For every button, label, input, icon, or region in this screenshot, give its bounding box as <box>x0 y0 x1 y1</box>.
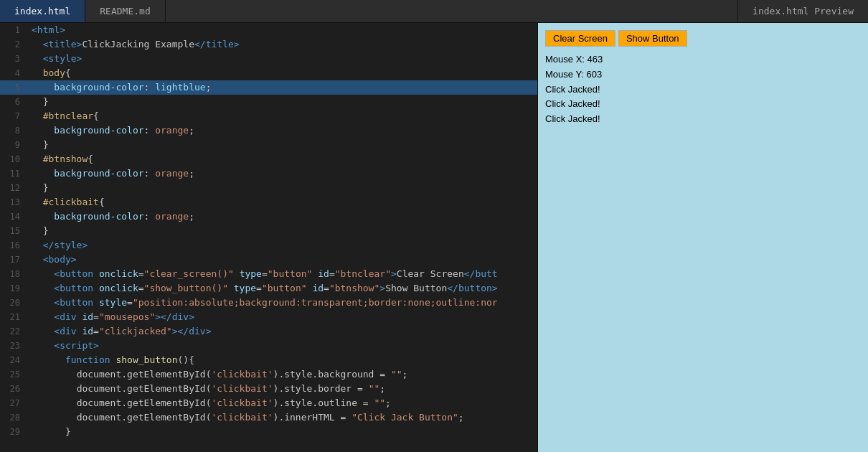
line-number-27: 27 <box>0 396 29 410</box>
line-number-23: 23 <box>0 339 29 353</box>
code-line-21: 21 <div id="mousepos"></div> <box>0 310 537 324</box>
code-line-26: 26 document.getElementById('clickbait').… <box>0 382 537 396</box>
line-number-3: 3 <box>0 52 29 66</box>
line-content-21: <div id="mousepos"></div> <box>29 310 537 324</box>
line-number-4: 4 <box>0 66 29 80</box>
line-content-27: document.getElementById('clickbait').sty… <box>29 396 537 410</box>
clear-screen-button[interactable]: Clear Screen <box>545 30 615 47</box>
line-number-6: 6 <box>0 95 29 109</box>
mouse-y-text: Mouse Y: 603 <box>545 67 861 83</box>
tab-readme[interactable]: README.md <box>85 0 165 22</box>
line-number-5: 5 <box>0 80 29 95</box>
line-content-11: background-color: orange; <box>29 166 537 181</box>
line-content-20: <button style="position:absolute;backgro… <box>29 296 537 310</box>
line-number-13: 13 <box>0 195 29 209</box>
line-content-22: <div id="clickjacked"></div> <box>29 324 537 339</box>
code-line-29: 29 } <box>0 425 537 439</box>
line-number-11: 11 <box>0 166 29 181</box>
tab-readme-label: README.md <box>100 6 150 17</box>
code-line-15: 15 } <box>0 224 537 238</box>
main-content: 1<html>2 <title>ClickJacking Example</ti… <box>0 23 868 452</box>
code-line-13: 13 #clickbait{ <box>0 195 537 209</box>
line-content-25: document.getElementById('clickbait').sty… <box>29 367 537 382</box>
line-content-10: #btnshow{ <box>29 152 537 166</box>
code-lines: 1<html>2 <title>ClickJacking Example</ti… <box>0 23 537 439</box>
line-number-14: 14 <box>0 209 29 224</box>
line-content-7: #btnclear{ <box>29 109 537 123</box>
line-number-22: 22 <box>0 324 29 339</box>
code-line-27: 27 document.getElementById('clickbait').… <box>0 396 537 410</box>
line-content-19: <button onclick="show_button()" type="bu… <box>29 281 537 296</box>
code-line-1: 1<html> <box>0 23 537 37</box>
tab-bar: index.html README.md index.html Preview <box>0 0 868 23</box>
preview-text: Mouse X: 463 Mouse Y: 603 Click Jacked! … <box>545 52 861 127</box>
code-line-18: 18 <button onclick="clear_screen()" type… <box>0 267 537 281</box>
code-line-23: 23 <script> <box>0 339 537 353</box>
line-content-2: <title>ClickJacking Example</title> <box>29 37 537 52</box>
line-number-19: 19 <box>0 281 29 296</box>
code-line-16: 16 </style> <box>0 238 537 253</box>
code-line-19: 19 <button onclick="show_button()" type=… <box>0 281 537 296</box>
line-number-9: 9 <box>0 138 29 152</box>
tab-index-label: index.html <box>14 6 70 17</box>
line-number-1: 1 <box>0 23 29 37</box>
line-number-7: 7 <box>0 109 29 123</box>
code-line-7: 7 #btnclear{ <box>0 109 537 123</box>
line-content-13: #clickbait{ <box>29 195 537 209</box>
line-number-15: 15 <box>0 224 29 238</box>
line-number-2: 2 <box>0 37 29 52</box>
code-line-4: 4 body{ <box>0 66 537 80</box>
click-jacked-1: Click Jacked! <box>545 83 861 98</box>
line-number-18: 18 <box>0 267 29 281</box>
code-line-25: 25 document.getElementById('clickbait').… <box>0 367 537 382</box>
line-content-18: <button onclick="clear_screen()" type="b… <box>29 267 537 281</box>
line-content-1: <html> <box>29 23 537 37</box>
click-jacked-2: Click Jacked! <box>545 97 861 112</box>
line-content-23: <script> <box>29 339 537 353</box>
tab-preview-label: index.html Preview <box>737 0 868 22</box>
code-line-2: 2 <title>ClickJacking Example</title> <box>0 37 537 52</box>
line-number-20: 20 <box>0 296 29 310</box>
code-line-6: 6 } <box>0 95 537 109</box>
line-content-15: } <box>29 224 537 238</box>
code-line-17: 17 <body> <box>0 253 537 267</box>
line-content-6: } <box>29 95 537 109</box>
preview-panel: Clear Screen Show Button Mouse X: 463 Mo… <box>538 23 868 452</box>
line-content-12: } <box>29 181 537 195</box>
code-line-22: 22 <div id="clickjacked"></div> <box>0 324 537 339</box>
line-number-12: 12 <box>0 181 29 195</box>
line-content-16: </style> <box>29 238 537 253</box>
line-number-28: 28 <box>0 410 29 425</box>
tab-index[interactable]: index.html <box>0 0 85 22</box>
mouse-x-text: Mouse X: 463 <box>545 52 861 67</box>
code-line-9: 9 } <box>0 138 537 152</box>
preview-buttons: Clear Screen Show Button <box>545 30 861 47</box>
line-number-21: 21 <box>0 310 29 324</box>
line-content-24: function show_button(){ <box>29 353 537 367</box>
code-line-20: 20 <button style="position:absolute;back… <box>0 296 537 310</box>
line-number-17: 17 <box>0 253 29 267</box>
line-content-17: <body> <box>29 253 537 267</box>
code-line-14: 14 background-color: orange; <box>0 209 537 224</box>
line-content-4: body{ <box>29 66 537 80</box>
line-content-3: <style> <box>29 52 537 66</box>
code-line-24: 24 function show_button(){ <box>0 353 537 367</box>
line-number-8: 8 <box>0 123 29 138</box>
preview-body: Clear Screen Show Button Mouse X: 463 Mo… <box>538 23 868 452</box>
line-content-29: } <box>29 425 537 439</box>
code-line-12: 12 } <box>0 181 537 195</box>
code-line-5: 5 background-color: lightblue; <box>0 80 537 95</box>
code-line-3: 3 <style> <box>0 52 537 66</box>
code-editor[interactable]: 1<html>2 <title>ClickJacking Example</ti… <box>0 23 538 452</box>
line-content-9: } <box>29 138 537 152</box>
line-content-5: background-color: lightblue; <box>29 80 537 95</box>
click-jacked-3: Click Jacked! <box>545 112 861 127</box>
line-content-26: document.getElementById('clickbait').sty… <box>29 382 537 396</box>
line-number-16: 16 <box>0 238 29 253</box>
code-line-10: 10 #btnshow{ <box>0 152 537 166</box>
show-button-button[interactable]: Show Button <box>618 30 687 47</box>
line-content-8: background-color: orange; <box>29 123 537 138</box>
line-number-24: 24 <box>0 353 29 367</box>
line-number-25: 25 <box>0 367 29 382</box>
line-content-14: background-color: orange; <box>29 209 537 224</box>
